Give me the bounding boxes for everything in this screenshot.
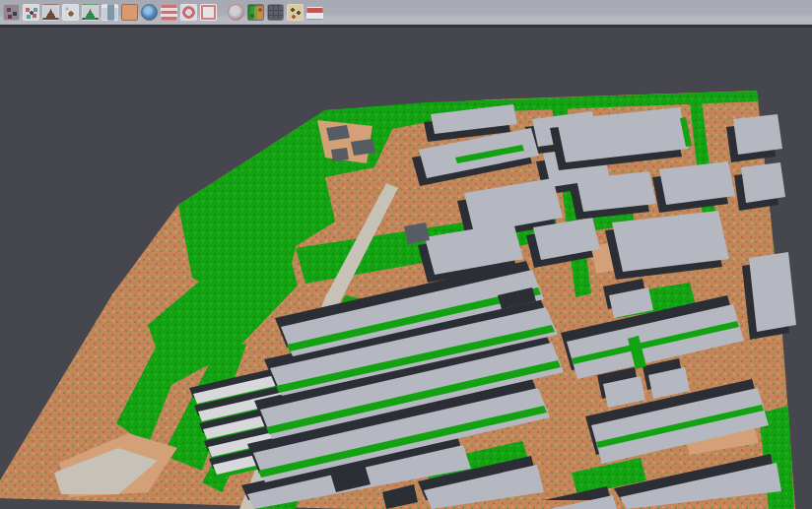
crop-box-icon[interactable] [200,4,217,21]
flag-icon[interactable] [306,7,323,20]
sphere-render-icon[interactable] [228,4,244,21]
scene-polygon [404,223,430,244]
scene-polygon [331,148,349,161]
orthophoto-icon[interactable] [121,4,138,21]
classification-map-icon[interactable] [247,4,264,21]
3d-viewport[interactable] [0,31,812,509]
globe-icon[interactable] [141,4,158,21]
measure-notes-icon[interactable] [287,4,304,21]
3d-scene[interactable] [0,31,812,509]
toolbar-separator [218,4,226,21]
scene-polygon [749,252,796,332]
red-layers-icon[interactable] [161,4,177,21]
profile-view-icon[interactable] [102,4,118,21]
dtm-terrain-icon[interactable] [82,4,99,21]
main-toolbar [0,0,812,28]
scene-polygon [741,162,785,203]
mesh-wireframe-icon[interactable] [267,4,284,21]
scene-polygon [351,139,375,156]
point-cloud-icon[interactable] [3,4,20,21]
dsm-terrain-icon[interactable] [42,4,59,21]
classified-points-icon[interactable] [23,4,39,21]
circle-select-icon[interactable] [180,4,197,21]
ground-points-icon[interactable] [62,4,79,21]
scene-polygon [733,114,782,155]
classified-terrain-model [0,91,796,509]
